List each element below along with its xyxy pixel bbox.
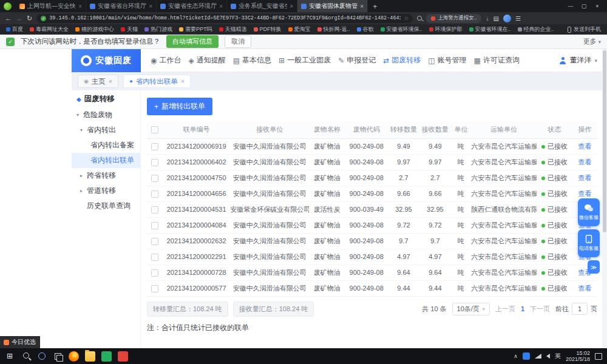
tab-close-icon[interactable]: ×	[290, 3, 293, 10]
page-tab[interactable]: ◉主页×	[78, 75, 118, 88]
today-picks-widget[interactable]: 今日优选	[0, 336, 40, 348]
row-checkbox[interactable]	[151, 206, 158, 214]
row-checkbox[interactable]	[151, 159, 158, 166]
taskbar-green-app-icon[interactable]	[101, 351, 112, 362]
action-center-icon[interactable]	[595, 353, 602, 360]
sidebar-item[interactable]: ▾省内转出	[72, 123, 140, 138]
view-link[interactable]: 查看	[578, 190, 592, 197]
wechat-service-button[interactable]: 微信客服	[578, 198, 600, 226]
tray-chat-icon[interactable]	[523, 352, 530, 360]
bookmark-item[interactable]: 谷歌	[357, 25, 374, 33]
volume-icon[interactable]	[546, 354, 550, 359]
sidebar-item[interactable]: ▾危险废物	[72, 107, 140, 123]
nav-item[interactable]: ▦许可证查询	[474, 55, 520, 66]
task-view-icon[interactable]	[50, 348, 66, 364]
row-checkbox[interactable]	[151, 175, 158, 182]
browser-tab[interactable]: 上网导航—安全快速... ×	[16, 0, 86, 12]
view-link[interactable]: 查看	[578, 143, 592, 150]
tab-close-icon[interactable]: ×	[109, 78, 112, 85]
tab-close-icon[interactable]: ×	[181, 78, 185, 85]
view-link[interactable]: 查看	[578, 174, 592, 181]
taskbar-browser-icon[interactable]	[69, 351, 79, 362]
view-link[interactable]: 查看	[578, 285, 592, 292]
nav-item[interactable]: ◈通知提醒	[188, 55, 225, 66]
hot-news-ticker[interactable]: 上海警方通报女..	[426, 14, 481, 23]
sidebar-item[interactable]: ▸跨省转移	[72, 168, 140, 183]
sidebar-item[interactable]: ▸管道转移	[72, 183, 140, 198]
window-close-button[interactable]: ×	[591, 3, 603, 9]
row-checkbox[interactable]	[151, 269, 158, 277]
bookmark-item[interactable]: 环境保护部	[429, 25, 463, 33]
nav-item[interactable]: ✎申报登记	[338, 55, 376, 66]
row-checkbox[interactable]	[151, 285, 158, 292]
page-tab[interactable]: ●省内转出联单×	[123, 75, 191, 88]
goto-page-input[interactable]	[572, 303, 588, 315]
search-icon[interactable]	[417, 16, 422, 21]
taskbar-clock[interactable]: 15:02 2021/5/18	[566, 350, 590, 363]
sidebar-item[interactable]: 省内转出联单	[72, 153, 140, 168]
refresh-button[interactable]: ↻	[27, 15, 32, 22]
page-size-select[interactable]: 10条/页▾	[452, 303, 490, 315]
bookmark-item[interactable]: 天猫精选	[219, 25, 247, 33]
send-to-phone-button[interactable]: 发送到手机	[568, 25, 601, 33]
collapse-handle[interactable]: ≫	[588, 260, 600, 274]
network-icon[interactable]	[535, 354, 541, 359]
bookmark-item[interactable]: 毒霸网址大全	[30, 25, 69, 33]
page-scrollbar[interactable]	[602, 49, 607, 348]
taskbar-explorer-icon[interactable]	[85, 351, 95, 362]
news-text[interactable]: 上海警方通报女..	[438, 15, 476, 22]
add-manifest-button[interactable]: +新增转出联单	[147, 98, 212, 115]
input-language-indicator[interactable]: 英	[555, 352, 561, 360]
browser-menu-icon[interactable]: ☰	[515, 15, 521, 22]
row-checkbox[interactable]	[151, 222, 158, 229]
select-all-checkbox[interactable]	[151, 126, 158, 133]
forward-button[interactable]: →	[16, 15, 22, 22]
taskbar-pdf-icon[interactable]	[118, 351, 128, 362]
next-page-button[interactable]: 下一页	[530, 305, 550, 314]
bookmark-item[interactable]: 需要PPT吗	[179, 25, 212, 33]
nav-item[interactable]: ▤基本信息	[233, 55, 271, 66]
bookmark-item[interactable]: 安徽省环境保..	[381, 25, 422, 33]
row-checkbox[interactable]	[151, 190, 158, 198]
nav-item[interactable]: ⊞一般工业固废	[279, 55, 331, 66]
browser-logo-icon[interactable]	[4, 2, 12, 10]
site-safety-icon[interactable]: ✓	[41, 16, 46, 21]
new-tab-button[interactable]: +	[368, 2, 382, 11]
url-field[interactable]: ✓ 39.145.0.162:10081/main/view/home/home…	[36, 14, 413, 23]
bookmark-item[interactable]: 热门游戏	[144, 25, 172, 33]
back-button[interactable]: ←	[5, 15, 12, 22]
row-checkbox[interactable]	[151, 254, 158, 261]
browser-tab[interactable]: 业务系统_安徽省生... ×	[227, 0, 297, 12]
view-link[interactable]: 查看	[578, 158, 592, 166]
url-text[interactable]: 39.145.0.162:10081/main/view/home/home.h…	[49, 15, 401, 21]
maximize-button[interactable]: ▢	[578, 3, 590, 9]
autofill-button[interactable]: 自动填写信息	[166, 35, 219, 48]
nav-item[interactable]: ◫账号管理	[428, 55, 466, 66]
sidebar-item[interactable]: 省内转出备案	[72, 138, 140, 153]
cortana-icon[interactable]	[34, 348, 50, 364]
bookmark-item[interactable]: 百度	[6, 25, 23, 33]
taskbar-search-icon[interactable]	[18, 348, 34, 364]
tab-close-icon[interactable]: ×	[219, 3, 223, 10]
collections-icon[interactable]: ▤	[493, 15, 498, 22]
bookmark-item[interactable]: 猪的游戏中心	[75, 25, 114, 33]
download-icon[interactable]: ↓	[486, 15, 489, 22]
sidebar-item[interactable]: ◆固废转移	[72, 90, 140, 107]
bookmark-item[interactable]: 快折网-返..	[317, 25, 350, 33]
prev-page-button[interactable]: 上一页	[495, 305, 515, 314]
more-button[interactable]: 更多▾	[583, 37, 601, 46]
row-checkbox[interactable]	[151, 238, 158, 245]
row-checkbox[interactable]	[151, 143, 158, 150]
tab-close-icon[interactable]: ×	[78, 3, 82, 10]
current-page[interactable]: 1	[521, 305, 524, 312]
cancel-button[interactable]: 取消	[225, 35, 251, 48]
sidebar-item[interactable]: 历史联单查询	[72, 198, 140, 214]
minimize-button[interactable]: —	[565, 3, 577, 9]
bookmark-item[interactable]: 爱淘宝	[288, 25, 311, 33]
scrollbar-thumb[interactable]	[603, 50, 606, 232]
tray-expand-icon[interactable]: ∧	[514, 353, 518, 359]
bookmark-star-icon[interactable]: ☆	[404, 15, 409, 21]
user-menu[interactable]: 董洋洋 ▾	[559, 55, 597, 66]
phone-service-button[interactable]: 电话客服	[578, 229, 600, 257]
start-button[interactable]: ⊞	[1, 352, 18, 360]
